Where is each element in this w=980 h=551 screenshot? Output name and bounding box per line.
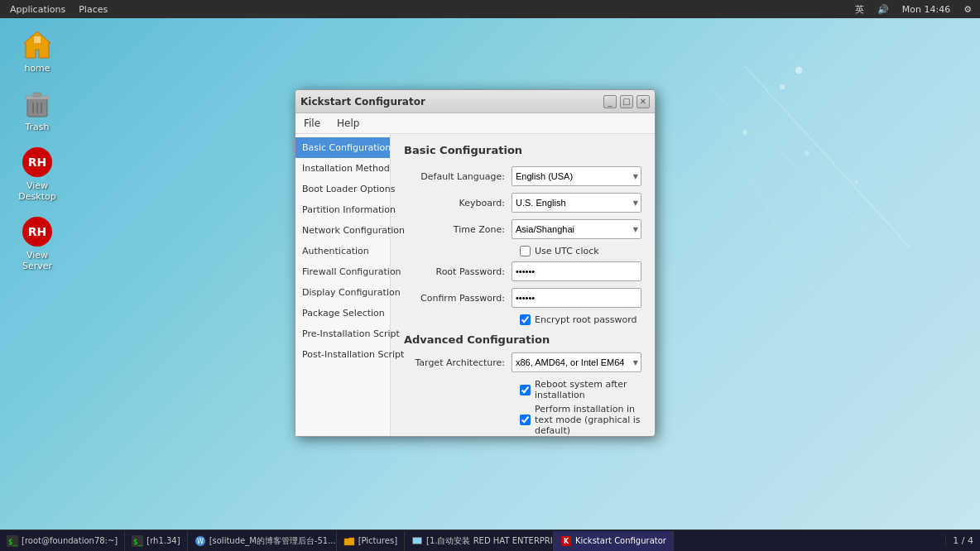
places-menu[interactable]: Places	[74, 2, 113, 17]
nav-authentication[interactable]: Authentication	[295, 241, 390, 261]
desktop-icon-trash[interactable]: Trash	[8, 84, 66, 136]
svg-point-4	[795, 67, 802, 74]
encrypt-root-checkbox[interactable]	[520, 314, 531, 325]
target-arch-select[interactable]: x86, AMD64, or Intel EM64T x86 AMD64 IA-…	[512, 352, 641, 372]
root-password-label: Root Password:	[404, 266, 512, 277]
vm-icon	[411, 535, 423, 547]
applications-menu[interactable]: Applications	[5, 2, 70, 17]
default-language-wrapper: English (USA) English (UK) Chinese (Simp…	[512, 166, 641, 186]
nav-firewall-config[interactable]: Firewall Configuration	[295, 261, 390, 282]
topbar-settings-icon[interactable]: ⚙	[960, 2, 975, 17]
utc-clock-row: Use UTC clock	[404, 246, 641, 256]
taskbar: $_ [root@foundation78:~] $_ [rh1.34] W […	[0, 529, 980, 551]
basic-config-title: Basic Configuration	[404, 144, 641, 156]
svg-line-3	[720, 124, 811, 290]
svg-point-7	[805, 151, 809, 156]
svg-text:$_: $_	[8, 538, 17, 546]
timezone-wrapper: Asia/Shanghai Asia/Tokyo America/New_Yor…	[512, 219, 641, 239]
maximize-button[interactable]: □	[620, 95, 633, 108]
nav-partition-info[interactable]: Partition Information	[295, 199, 390, 220]
desktop-icon-view-desktop[interactable]: RH View Desktop	[8, 142, 66, 205]
keyboard-wrapper: U.S. English U.S. International Chinese …	[512, 193, 641, 213]
reboot-checkbox[interactable]	[520, 385, 531, 395]
taskbar-item-3[interactable]: [Pictures]	[337, 531, 405, 551]
timezone-label: Time Zone:	[404, 224, 512, 235]
svg-point-5	[780, 84, 785, 89]
dialog-titlebar: Kickstart Configurator _ □ ✕	[295, 90, 655, 113]
desktop-icon-view-desktop-label: View Desktop	[12, 180, 63, 202]
target-arch-row: Target Architecture: x86, AMD64, or Inte…	[404, 352, 641, 372]
confirm-password-input[interactable]	[512, 288, 641, 308]
svg-line-2	[786, 50, 952, 265]
reboot-row: Reboot system after installation	[404, 379, 641, 400]
encrypt-root-label: Encrypt root password	[535, 314, 637, 325]
keyboard-row: Keyboard: U.S. English U.S. Internationa…	[404, 193, 641, 213]
nav-installation-method[interactable]: Installation Method	[295, 158, 390, 179]
nav-display-config[interactable]: Display Configuration	[295, 282, 390, 303]
svg-text:W: W	[197, 538, 204, 545]
svg-rect-13	[33, 93, 41, 97]
default-language-label: Default Language:	[404, 171, 512, 182]
menu-help[interactable]: Help	[329, 115, 368, 132]
desktop-icons: home Trash RH View Desktop	[8, 25, 66, 275]
nav-network-config[interactable]: Network Configuration	[295, 220, 390, 241]
nav-panel: Basic Configuration Installation Method …	[295, 134, 391, 436]
taskbar-item-2[interactable]: W [solitude_M的博客管理后台-51...	[188, 531, 337, 551]
taskbar-item-5[interactable]: K Kickstart Configurator	[554, 531, 674, 551]
reboot-label: Reboot system after installation	[535, 379, 641, 400]
target-arch-wrapper: x86, AMD64, or Intel EM64T x86 AMD64 IA-…	[512, 352, 641, 372]
timezone-select[interactable]: Asia/Shanghai Asia/Tokyo America/New_Yor…	[512, 219, 641, 239]
svg-text:RH: RH	[28, 156, 47, 169]
text-mode-checkbox[interactable]	[520, 414, 531, 425]
dialog-title: Kickstart Configurator	[300, 96, 425, 108]
utc-clock-checkbox[interactable]	[520, 246, 531, 256]
taskbar-item-1[interactable]: $_ [rh1.34]	[125, 531, 187, 551]
utc-clock-label: Use UTC clock	[535, 246, 599, 256]
dialog-controls: _ □ ✕	[603, 95, 650, 108]
close-button[interactable]: ✕	[637, 95, 650, 108]
svg-line-0	[745, 66, 910, 248]
kickstart-icon: K	[560, 535, 572, 547]
svg-rect-10	[34, 36, 41, 43]
content-panel: Basic Configuration Default Language: En…	[391, 134, 655, 436]
svg-line-1	[704, 83, 869, 232]
svg-rect-28	[413, 538, 421, 544]
nav-boot-loader[interactable]: Boot Loader Options	[295, 179, 390, 199]
svg-point-6	[742, 130, 747, 135]
topbar: Applications Places 英 🔊 Mon 14:46 ⚙	[0, 0, 980, 18]
nav-basic-config[interactable]: Basic Configuration	[295, 137, 390, 158]
encrypt-root-row: Encrypt root password	[404, 314, 641, 325]
keyboard-label: Keyboard:	[404, 198, 512, 208]
nav-package-select[interactable]: Package Selection	[295, 303, 390, 323]
desktop-icon-home[interactable]: home	[8, 25, 66, 77]
terminal-icon: $_	[7, 535, 18, 547]
desktop-icon-view-server[interactable]: RH View Server	[8, 212, 66, 275]
minimize-button[interactable]: _	[603, 95, 617, 108]
keyboard-select[interactable]: U.S. English U.S. International Chinese	[512, 193, 641, 213]
nav-pre-install[interactable]: Pre-Installation Script	[295, 323, 390, 344]
target-arch-label: Target Architecture:	[404, 357, 512, 368]
taskbar-page-indicator: 1 / 4	[945, 535, 980, 546]
nav-post-install[interactable]: Post-Installation Script	[295, 344, 390, 365]
folder-icon	[343, 535, 355, 547]
default-language-select[interactable]: English (USA) English (UK) Chinese (Simp…	[512, 166, 641, 186]
terminal-icon-2: $_	[132, 535, 143, 547]
default-language-row: Default Language: English (USA) English …	[404, 166, 641, 186]
root-password-input[interactable]	[512, 261, 641, 281]
taskbar-item-4[interactable]: [1.自动安装 RED HAT ENTERPRIS...	[405, 531, 554, 551]
svg-marker-9	[24, 31, 50, 58]
text-mode-row: Perform installation in text mode (graph…	[404, 404, 641, 436]
taskbar-item-0[interactable]: $_ [root@foundation78:~]	[0, 531, 125, 551]
menu-bar: File Help	[295, 113, 655, 134]
svg-text:K: K	[564, 538, 569, 545]
browser-icon: W	[195, 535, 206, 547]
topbar-left: Applications Places	[5, 2, 113, 17]
confirm-password-row: Confirm Password:	[404, 288, 641, 308]
text-mode-label: Perform installation in text mode (graph…	[535, 404, 641, 436]
desktop-icon-view-server-label: View Server	[12, 250, 63, 271]
menu-file[interactable]: File	[295, 115, 329, 132]
topbar-icons: 🔊	[874, 2, 892, 17]
timezone-row: Time Zone: Asia/Shanghai Asia/Tokyo Amer…	[404, 219, 641, 239]
topbar-lang[interactable]: 英	[852, 2, 867, 17]
svg-text:$_: $_	[133, 538, 142, 546]
